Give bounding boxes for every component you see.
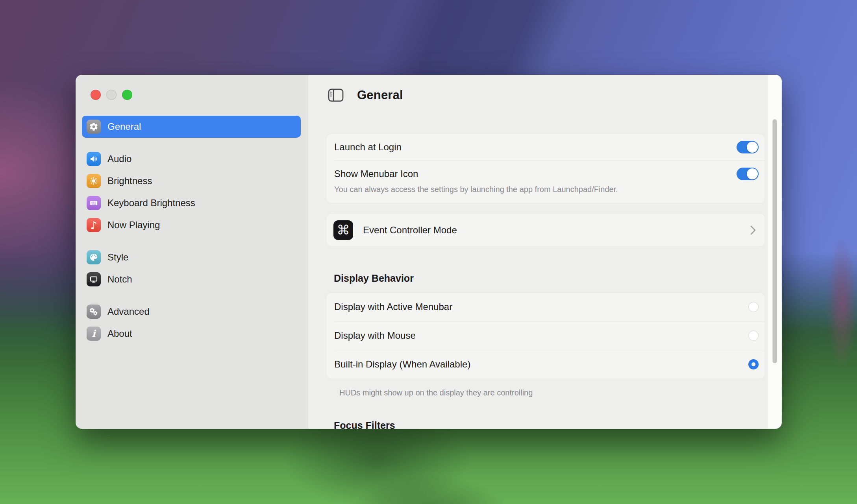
sidebar-item-about[interactable]: i About: [82, 323, 301, 345]
sidebar-group: Advanced i About: [82, 301, 301, 345]
launch-at-login-toggle[interactable]: [737, 141, 759, 153]
event-controller-mode-row[interactable]: ⌘ Event Controller Mode: [326, 213, 765, 247]
show-menubar-icon-toggle[interactable]: [737, 168, 759, 180]
music-note-icon: ♪: [87, 218, 101, 232]
window-controls: [91, 90, 132, 100]
settings-window: General Audio Brightness: [76, 75, 782, 429]
sidebar-item-label: Keyboard Brightness: [107, 198, 195, 209]
sun-icon: [87, 174, 101, 188]
sidebar-item-label: Brightness: [107, 175, 152, 186]
show-menubar-icon-label: Show Menubar Icon: [334, 168, 418, 179]
launch-at-login-row: Launch at Login: [326, 134, 765, 160]
display-behavior-title: Display Behavior: [334, 273, 765, 284]
gears-icon: [87, 305, 101, 319]
palette-icon: [87, 250, 101, 264]
sidebar-nav: General Audio Brightness: [82, 116, 301, 355]
sidebar-item-now-playing[interactable]: ♪ Now Playing: [82, 214, 301, 236]
sidebar-item-label: Advanced: [107, 306, 150, 317]
sidebar-group: General: [82, 116, 301, 138]
display-with-mouse-option[interactable]: Display with Mouse: [326, 321, 765, 350]
command-icon: ⌘: [333, 220, 353, 240]
display-with-active-menubar-option[interactable]: Display with Active Menubar: [326, 293, 765, 321]
gear-icon: [87, 120, 101, 134]
display-icon: [87, 272, 101, 286]
toggle-knob: [747, 168, 758, 179]
focus-filters-title: Focus Filters: [334, 420, 765, 429]
sidebar-item-label: About: [107, 328, 132, 339]
toggle-knob: [747, 142, 758, 153]
sidebar-item-keyboard-brightness[interactable]: Keyboard Brightness: [82, 192, 301, 214]
sidebar-item-brightness[interactable]: Brightness: [82, 170, 301, 192]
sidebar-item-label: Style: [107, 252, 128, 263]
sidebar-item-label: Audio: [107, 153, 131, 164]
sidebar-toggle-icon[interactable]: [328, 89, 344, 102]
keyboard-icon: [87, 196, 101, 210]
main-content: General Launch at Login Show Menubar Ico…: [308, 75, 782, 429]
sidebar-item-label: Now Playing: [107, 220, 160, 231]
show-menubar-icon-caption: You can always access the settings by la…: [334, 184, 759, 194]
built-in-display-option[interactable]: Built-in Display (When Available): [326, 350, 765, 378]
option-label: Display with Mouse: [334, 330, 416, 341]
minimize-button[interactable]: [106, 90, 117, 100]
event-controller-mode-label: Event Controller Mode: [363, 225, 457, 236]
sidebar-group: Audio Brightness Keyboard Brightness: [82, 148, 301, 236]
sidebar-item-label: General: [107, 121, 141, 132]
speaker-icon: [87, 152, 101, 166]
option-label: Built-in Display (When Available): [334, 359, 470, 370]
sidebar-group: Style Notch: [82, 246, 301, 290]
general-settings-card: Launch at Login Show Menubar Icon You ca…: [326, 134, 765, 203]
radio-off-icon[interactable]: [748, 330, 759, 341]
sidebar-item-audio[interactable]: Audio: [82, 148, 301, 170]
display-behavior-caption: HUDs might show up on the display they a…: [339, 388, 765, 398]
sidebar: General Audio Brightness: [76, 75, 308, 429]
page-title: General: [357, 88, 403, 102]
sidebar-item-style[interactable]: Style: [82, 246, 301, 268]
settings-scrollview: Launch at Login Show Menubar Icon You ca…: [326, 134, 765, 429]
close-button[interactable]: [91, 90, 101, 100]
zoom-button[interactable]: [122, 90, 132, 100]
info-icon: i: [87, 327, 101, 341]
scrollbar-thumb[interactable]: [773, 119, 777, 363]
sidebar-item-label: Notch: [107, 274, 132, 285]
radio-on-icon[interactable]: [748, 359, 759, 369]
launch-at-login-label: Launch at Login: [334, 142, 402, 153]
show-menubar-icon-row: Show Menubar Icon You can always access …: [326, 161, 765, 203]
sidebar-item-general[interactable]: General: [82, 116, 301, 138]
display-behavior-card: Display with Active Menubar Display with…: [326, 292, 765, 379]
radio-off-icon[interactable]: [748, 302, 759, 312]
sidebar-item-notch[interactable]: Notch: [82, 268, 301, 290]
scrollbar-track[interactable]: [768, 75, 781, 428]
main-header: General: [328, 88, 403, 102]
option-label: Display with Active Menubar: [334, 301, 452, 312]
sidebar-item-advanced[interactable]: Advanced: [82, 301, 301, 323]
chevron-right-icon: [750, 225, 756, 236]
